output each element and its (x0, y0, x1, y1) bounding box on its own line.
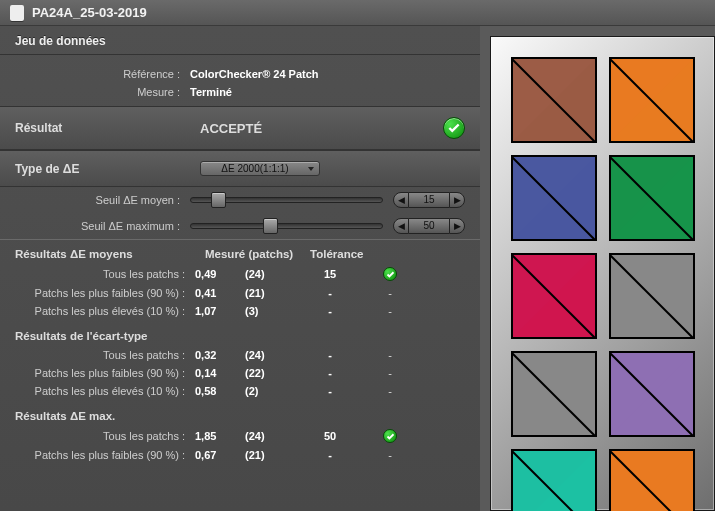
row-count: (21) (245, 449, 290, 461)
table-row: Patchs les plus élevés (10 %) : 1,07 (3)… (0, 302, 480, 320)
row-label: Patchs les plus faibles (90 %) : (15, 449, 195, 461)
document-title: PA24A_25-03-2019 (32, 5, 147, 20)
results-panel: Jeu de données Référence : ColorChecker®… (0, 26, 480, 511)
avg-threshold-stepper: ◀ 15 ▶ (393, 192, 465, 208)
stepper-right-icon[interactable]: ▶ (449, 218, 465, 234)
row-status: - (370, 305, 410, 317)
row-value: 0,67 (195, 449, 245, 461)
col-measured: Mesuré (patchs) (205, 248, 310, 260)
row-count: (22) (245, 367, 290, 379)
table-row: Tous les patchs : 0,49 (24) 15 (0, 264, 480, 284)
row-label: Patchs les plus faibles (90 %) : (15, 287, 195, 299)
reference-label: Référence : (15, 68, 190, 80)
avg-threshold-value[interactable]: 15 (409, 192, 449, 208)
patch-grid (511, 57, 714, 511)
table-row: Patchs les plus faibles (90 %) : 0,14 (2… (0, 364, 480, 382)
color-patch[interactable] (511, 57, 597, 143)
avg-results-title: Résultats ΔE moyens (15, 248, 205, 260)
row-tolerance: - (290, 287, 370, 299)
row-tolerance: - (290, 385, 370, 397)
title-bar: PA24A_25-03-2019 (0, 0, 715, 26)
row-tolerance: 50 (290, 430, 370, 442)
slider-knob[interactable] (263, 218, 278, 234)
avg-threshold-label: Seuil ΔE moyen : (15, 194, 190, 206)
row-tolerance: - (290, 367, 370, 379)
table-row: Patchs les plus faibles (90 %) : 0,41 (2… (0, 284, 480, 302)
table-row: Patchs les plus faibles (90 %) : 0,67 (2… (0, 446, 480, 464)
max-results-title: Résultats ΔE max. (0, 400, 480, 426)
dataset-section-title: Jeu de données (0, 26, 480, 55)
colorchecker-chart (490, 36, 715, 511)
stepper-right-icon[interactable]: ▶ (449, 192, 465, 208)
row-count: (2) (245, 385, 290, 397)
result-row: Résultat ACCEPTÉ (0, 106, 480, 150)
row-value: 1,07 (195, 305, 245, 317)
pass-icon (443, 117, 465, 139)
color-patch[interactable] (609, 351, 695, 437)
table-row: Patchs les plus élevés (10 %) : 0,58 (2)… (0, 382, 480, 400)
stepper-left-icon[interactable]: ◀ (393, 218, 409, 234)
pass-icon (383, 267, 397, 281)
max-threshold-value[interactable]: 50 (409, 218, 449, 234)
col-tolerance: Tolérance (310, 248, 400, 260)
measure-label: Mesure : (15, 86, 190, 98)
row-label: Patchs les plus élevés (10 %) : (15, 385, 195, 397)
table-row: Tous les patchs : 0,32 (24) - - (0, 346, 480, 364)
delta-e-type-row: Type de ΔE ΔE 2000(1:1:1) (0, 150, 480, 187)
row-count: (24) (245, 349, 290, 361)
table-row: Tous les patchs : 1,85 (24) 50 (0, 426, 480, 446)
delta-e-type-label: Type de ΔE (15, 162, 200, 176)
row-status: - (370, 349, 410, 361)
result-label: Résultat (15, 121, 200, 135)
avg-results-header: Résultats ΔE moyens Mesuré (patchs) Tolé… (0, 240, 480, 264)
color-patch[interactable] (511, 449, 597, 511)
std-results-title: Résultats de l'écart-type (0, 320, 480, 346)
avg-threshold-row: Seuil ΔE moyen : ◀ 15 ▶ (0, 187, 480, 213)
row-label: Tous les patchs : (15, 268, 195, 280)
row-count: (24) (245, 268, 290, 280)
reference-value: ColorChecker® 24 Patch (190, 68, 319, 80)
color-patch[interactable] (609, 253, 695, 339)
slider-knob[interactable] (211, 192, 226, 208)
color-patch[interactable] (609, 449, 695, 511)
row-count: (3) (245, 305, 290, 317)
color-patch[interactable] (609, 155, 695, 241)
document-icon (10, 5, 24, 21)
color-patch[interactable] (511, 155, 597, 241)
row-status: - (370, 449, 410, 461)
row-value: 0,58 (195, 385, 245, 397)
max-threshold-stepper: ◀ 50 ▶ (393, 218, 465, 234)
row-value: 0,41 (195, 287, 245, 299)
row-tolerance: - (290, 349, 370, 361)
row-value: 0,49 (195, 268, 245, 280)
row-status: - (370, 385, 410, 397)
row-value: 0,32 (195, 349, 245, 361)
row-status: - (370, 287, 410, 299)
result-value: ACCEPTÉ (200, 121, 443, 136)
row-label: Tous les patchs : (15, 349, 195, 361)
color-patch[interactable] (511, 351, 597, 437)
measure-value: Terminé (190, 86, 232, 98)
chart-panel (480, 26, 715, 511)
row-count: (21) (245, 287, 290, 299)
dataset-section: Référence : ColorChecker® 24 Patch Mesur… (0, 55, 480, 106)
delta-e-type-select[interactable]: ΔE 2000(1:1:1) (200, 161, 320, 176)
row-tolerance: - (290, 449, 370, 461)
row-label: Tous les patchs : (15, 430, 195, 442)
max-threshold-slider[interactable] (190, 223, 383, 229)
row-count: (24) (245, 430, 290, 442)
row-value: 1,85 (195, 430, 245, 442)
color-patch[interactable] (511, 253, 597, 339)
pass-icon (383, 429, 397, 443)
avg-threshold-slider[interactable] (190, 197, 383, 203)
max-threshold-row: Seuil ΔE maximum : ◀ 50 ▶ (0, 213, 480, 239)
stepper-left-icon[interactable]: ◀ (393, 192, 409, 208)
row-tolerance: 15 (290, 268, 370, 280)
main-layout: Jeu de données Référence : ColorChecker®… (0, 26, 715, 511)
row-tolerance: - (290, 305, 370, 317)
max-threshold-label: Seuil ΔE maximum : (15, 220, 190, 232)
color-patch[interactable] (609, 57, 695, 143)
row-status: - (370, 367, 410, 379)
row-value: 0,14 (195, 367, 245, 379)
row-label: Patchs les plus faibles (90 %) : (15, 367, 195, 379)
